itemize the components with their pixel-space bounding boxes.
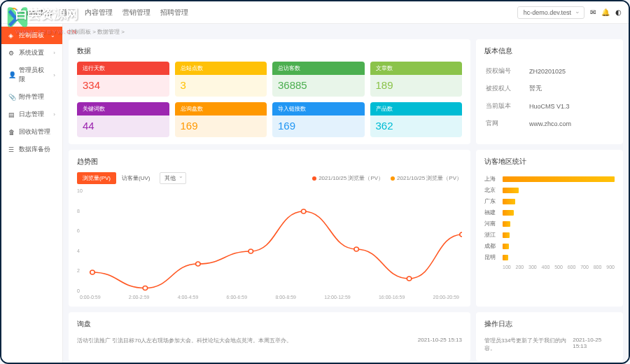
bar-fill xyxy=(503,199,515,204)
bar-fill xyxy=(503,188,519,193)
info-value: 暂无 xyxy=(529,80,613,97)
table-row: 被授权人暂无 xyxy=(486,80,613,97)
stat-label: 文章数 xyxy=(370,62,463,75)
breadcrumb: 控制面板 > 数据管理 > xyxy=(69,28,623,36)
region-card: 访客地区统计 上海北京广东福建河南浙江成都昆明 1002003004005006… xyxy=(476,150,623,307)
stat-value: 169 xyxy=(272,115,365,137)
sidebar-label: 控制面板 xyxy=(19,31,44,40)
sidebar-item-settings[interactable]: ⚙系统设置› xyxy=(1,44,62,62)
bar-label: 浙江 xyxy=(484,231,503,239)
stat-box: 总站点数3 xyxy=(175,62,267,97)
stat-value: 189 xyxy=(370,75,463,97)
inquiry-time: 2021-10-25 15:13 xyxy=(418,337,462,344)
svg-point-1 xyxy=(143,286,148,290)
stat-value: 169 xyxy=(175,115,267,137)
watermark-logo xyxy=(4,4,31,31)
stat-value: 362 xyxy=(370,115,463,137)
topbar: HuoCMS 首页 内容管理 营销管理 招聘管理 hc-demo.dev.tes… xyxy=(1,1,629,24)
stat-label: 总询盘数 xyxy=(175,102,267,115)
oplog-card: 操作日志 管理员334号更新了关于我们的内容。2021-10-25 15:13 xyxy=(476,312,623,361)
legend-dot-icon xyxy=(391,176,395,181)
sidebar-label: 附件管理 xyxy=(19,92,44,102)
stat-value: 3 xyxy=(175,75,267,97)
info-value: www.zhco.com xyxy=(529,115,613,132)
stat-label: 关键词数 xyxy=(77,102,169,115)
bar-row: 昆明 xyxy=(484,253,615,261)
card-title: 数据 xyxy=(77,46,462,56)
chart-legend: 2021/10/25 浏览量（PV） 2021/10/25 浏览量（PV） xyxy=(312,174,462,182)
oplog-time: 2021-10-25 15:13 xyxy=(573,337,615,352)
stat-box: 文章数189 xyxy=(370,62,463,97)
svg-point-3 xyxy=(248,249,253,253)
bar-label: 福建 xyxy=(484,209,503,216)
sidebar-item-attachment[interactable]: 📎附件管理 xyxy=(1,88,62,106)
info-key: 官网 xyxy=(486,115,528,132)
mail-icon[interactable]: ✉ xyxy=(590,8,596,16)
chevron-right-icon: › xyxy=(53,50,55,56)
table-row: 官网www.zhco.com xyxy=(486,115,613,132)
list-item[interactable]: 活动引流推广 引流目标70人左右现场参加大会。科技论坛大会地点莫湾。本周五举办。… xyxy=(77,335,462,346)
bar-row: 广东 xyxy=(484,197,615,205)
bar-label: 成都 xyxy=(484,242,503,250)
inquiry-text: 活动引流推广 引流目标70人左右现场参加大会。科技论坛大会地点莫湾。本周五举办。 xyxy=(77,337,292,344)
select-other[interactable]: 其他 xyxy=(160,172,186,184)
bar-label: 广东 xyxy=(484,197,503,205)
sidebar-label: 日志管理 xyxy=(19,110,44,119)
bar-label: 河南 xyxy=(484,220,503,227)
stat-value: 334 xyxy=(77,75,169,97)
oplog-text: 管理员334号更新了关于我们的内容。 xyxy=(484,337,573,352)
tab-pv[interactable]: 浏览量(PV) xyxy=(77,172,116,184)
bar-label: 北京 xyxy=(484,186,503,194)
bar-fill xyxy=(503,255,508,260)
list-item[interactable]: 管理员334号更新了关于我们的内容。2021-10-25 15:13 xyxy=(484,335,615,354)
domain-select[interactable]: hc-demo.dev.test xyxy=(517,6,584,19)
chevron-right-icon: › xyxy=(53,111,55,118)
bar-row: 河南 xyxy=(484,220,615,227)
info-key: 当前版本 xyxy=(486,98,528,114)
nav-marketing[interactable]: 营销管理 xyxy=(122,8,150,18)
sidebar-label: 管理员权限 xyxy=(19,66,50,84)
nav-content[interactable]: 内容管理 xyxy=(85,8,113,18)
chevron-down-icon: ⌄ xyxy=(50,32,55,38)
svg-point-6 xyxy=(407,276,412,281)
main-content: 控制面板 > 数据管理 > 数据 运行天数334总站点数3总访客数36885文章… xyxy=(63,24,629,363)
stat-value: 44 xyxy=(77,115,169,137)
legend-dot-icon xyxy=(312,176,316,181)
nav-recruit[interactable]: 招聘管理 xyxy=(160,8,188,18)
info-key: 被授权人 xyxy=(486,80,528,97)
stat-label: 总访客数 xyxy=(272,62,365,75)
inquiry-card: 询盘 活动引流推广 引流目标70人左右现场参加大会。科技论坛大会地点莫湾。本周五… xyxy=(69,312,470,361)
tab-uv[interactable]: 访客量(UV) xyxy=(116,172,155,184)
bar-fill xyxy=(503,176,615,182)
nav-home[interactable]: 首页 xyxy=(61,8,75,18)
bar-row: 上海 xyxy=(484,175,615,183)
trash-icon: 🗑 xyxy=(8,129,15,136)
sidebar-item-recycle[interactable]: 🗑回收站管理 xyxy=(1,123,62,141)
database-icon: ☰ xyxy=(8,146,15,153)
stat-value: 36885 xyxy=(272,75,365,97)
avatar-icon[interactable]: ◐ xyxy=(615,8,622,16)
version-card: 版本信息 授权编号ZH20201025被授权人暂无当前版本HuoCMS V1.3… xyxy=(476,39,623,144)
stat-label: 产品数 xyxy=(370,102,463,115)
sidebar-label: 数据库备份 xyxy=(19,145,50,154)
card-title: 访客地区统计 xyxy=(484,157,615,167)
card-title: 版本信息 xyxy=(484,46,615,56)
sidebar-item-logs[interactable]: ▤日志管理› xyxy=(1,106,62,123)
svg-point-5 xyxy=(354,247,359,251)
svg-point-0 xyxy=(90,270,95,274)
paperclip-icon: 📎 xyxy=(8,94,15,101)
line-chart: 1086420 xyxy=(77,188,462,293)
card-title: 操作日志 xyxy=(484,319,615,329)
data-card: 数据 运行天数334总站点数3总访客数36885文章数189关键词数44总询盘数… xyxy=(69,39,470,144)
stat-label: 导入链接数 xyxy=(272,102,365,115)
bar-label: 昆明 xyxy=(484,253,503,261)
table-row: 授权编号ZH20201025 xyxy=(486,63,613,79)
bell-icon[interactable]: 🔔 xyxy=(601,8,610,16)
top-nav: 首页 内容管理 营销管理 招聘管理 xyxy=(61,8,188,18)
stat-box: 导入链接数169 xyxy=(272,102,365,137)
bar-fill xyxy=(503,232,510,238)
sidebar-item-admin[interactable]: 👤管理员权限› xyxy=(1,62,62,88)
bar-fill xyxy=(503,221,510,227)
sidebar-item-backup[interactable]: ☰数据库备份 xyxy=(1,141,62,158)
sidebar-label: 回收站管理 xyxy=(19,127,50,136)
